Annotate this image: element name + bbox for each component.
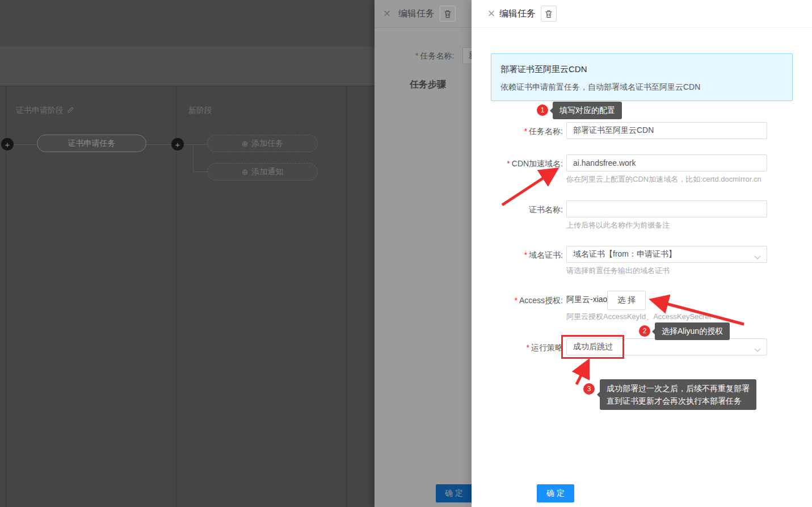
task-steps-section-title: 任务步骤	[410, 79, 446, 91]
access-auth-help: 阿里云授权AccessKeyId、AccessKeySecret	[566, 312, 711, 322]
tooltip-line: 成功部署过一次之后，后续不再重复部署	[607, 382, 750, 395]
confirm-button-behind[interactable]: 确 定	[436, 484, 472, 502]
circle-plus-icon: ⊕	[242, 167, 249, 177]
annotation-tooltip-2: 选择Aliyun的授权	[655, 322, 730, 340]
stage-title-text: 新阶段	[188, 106, 212, 116]
run-strategy-label: *运行策略	[527, 342, 563, 353]
annotation-badge-3: 3	[583, 383, 595, 395]
cdn-domain-help: 你在阿里云上配置的CDN加速域名，比如:certd.docmirror.cn	[566, 174, 761, 185]
cert-name-input[interactable]	[566, 200, 767, 217]
close-glyph: ×	[488, 6, 495, 21]
add-task-button[interactable]: ⊕ 添加任务	[207, 135, 318, 152]
cert-name-label: 证书名称:	[529, 204, 563, 215]
add-notify-label: 添加通知	[251, 167, 283, 177]
annotation-arrow-1	[502, 170, 555, 205]
task-name-input[interactable]	[566, 122, 767, 139]
tooltip-line: 直到证书更新才会再次执行本部署任务	[607, 395, 750, 407]
connector-line	[193, 171, 207, 172]
delete-task-button[interactable]	[440, 6, 456, 22]
connector-line	[14, 144, 37, 145]
run-strategy-select[interactable]: 成功后跳过	[566, 338, 767, 355]
stage-title-text: 证书申请阶段	[16, 106, 64, 116]
edit-task-drawer: × 编辑任务 部署证书至阿里云CDN 依赖证书申请前置任务，自动部署域名证书至阿…	[472, 0, 812, 507]
pipeline-edit-screen: 证书申请阶段 新阶段 + + 证书申请任务 ⊕ 添加任务 ⊕ 添加通知	[0, 0, 812, 507]
access-auth-label: *Access授权:	[515, 295, 563, 306]
chevron-down-icon	[754, 253, 761, 262]
annotation-tooltip-3: 成功部署过一次之后，后续不再重复部署 直到证书更新才会再次执行本部署任务	[600, 379, 756, 410]
add-stage-button[interactable]: +	[1, 138, 14, 150]
trash-icon	[545, 10, 553, 18]
plus-icon: +	[5, 140, 10, 149]
plugin-info-description: 依赖证书申请前置任务，自动部署域名证书至阿里云CDN	[500, 82, 700, 93]
task-name-label: *任务名称:	[415, 51, 454, 61]
domain-cert-help: 请选择前置任务输出的域名证书	[566, 266, 670, 276]
required-mark: *	[515, 296, 518, 305]
label-text: CDN加速域名:	[512, 159, 563, 168]
select-value: 成功后跳过	[573, 342, 613, 352]
delete-task-button[interactable]	[541, 6, 557, 22]
chevron-down-icon	[754, 345, 761, 354]
add-stage-button[interactable]: +	[171, 138, 184, 150]
required-mark: *	[415, 51, 418, 60]
close-icon[interactable]: ×	[485, 5, 498, 22]
annotation-tooltip-1: 填写对应的配置	[553, 102, 622, 119]
cdn-domain-input[interactable]	[566, 154, 767, 171]
confirm-button[interactable]: 确 定	[537, 484, 574, 502]
task-node-cert-request[interactable]: 证书申请任务	[37, 135, 146, 152]
label-text: Access授权:	[519, 296, 563, 305]
add-notify-button[interactable]: ⊕ 添加通知	[207, 163, 318, 181]
label-text: 任务名称:	[529, 127, 563, 136]
plugin-info-title: 部署证书至阿里云CDN	[500, 64, 587, 75]
close-icon[interactable]: ×	[381, 5, 393, 22]
task-node-label: 证书申请任务	[68, 139, 116, 149]
required-mark: *	[527, 343, 529, 352]
access-choose-button[interactable]: 选 择	[607, 291, 646, 310]
plugin-info-box: 部署证书至阿里云CDN 依赖证书申请前置任务，自动部署域名证书至阿里云CDN	[491, 53, 793, 101]
label-text: 证书名称:	[529, 205, 563, 214]
circle-plus-icon: ⊕	[242, 139, 249, 148]
required-mark: *	[524, 250, 527, 259]
plus-icon: +	[175, 140, 180, 149]
drawer-title: 编辑任务	[398, 8, 435, 20]
connector-line	[193, 144, 193, 171]
drawer-title: 编辑任务	[499, 8, 536, 20]
close-glyph: ×	[384, 6, 391, 21]
cert-name-help: 上传后将以此名称作为前缀备注	[566, 220, 670, 231]
access-auth-value: 阿里云-xiao	[566, 295, 607, 305]
label-text: 运行策略	[531, 343, 563, 352]
required-mark: *	[524, 127, 527, 136]
domain-cert-label: *域名证书:	[524, 249, 563, 261]
label-text: 任务名称:	[420, 51, 454, 60]
annotation-arrow-3	[577, 363, 587, 384]
badge-number: 2	[643, 327, 647, 335]
select-value: 域名证书【from：申请证书】	[573, 249, 676, 259]
domain-cert-select[interactable]: 域名证书【from：申请证书】	[566, 246, 767, 263]
required-mark: *	[507, 159, 510, 168]
trash-icon	[444, 10, 452, 18]
task-name-label: *任务名称:	[524, 125, 563, 137]
edit-pencil-icon[interactable]	[67, 106, 74, 115]
connector-line	[146, 144, 171, 145]
connector-line	[184, 144, 207, 145]
cdn-domain-label: *CDN加速域名:	[507, 158, 563, 169]
add-task-label: 添加任务	[251, 139, 283, 149]
stage-title-cert-request: 证书申请阶段	[16, 106, 74, 116]
label-text: 域名证书:	[529, 250, 563, 259]
badge-number: 1	[541, 106, 545, 114]
badge-number: 3	[587, 385, 591, 393]
stage-title-new-stage: 新阶段	[188, 106, 212, 116]
